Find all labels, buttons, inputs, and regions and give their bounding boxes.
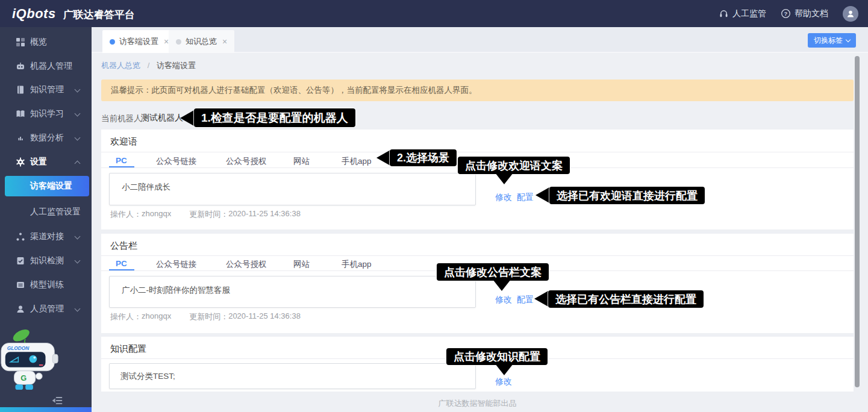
operator-label: 操作人： [110, 311, 142, 322]
sidebar-item-personnel-management[interactable]: 人员管理 [0, 302, 92, 316]
logo-text: iQbots [12, 6, 56, 22]
welcome-tab-website[interactable]: 网站 [293, 156, 310, 167]
sidebar-item-overview[interactable]: 概览 [0, 35, 92, 49]
knowledge-title: 知识配置 [110, 343, 146, 355]
grid-icon [16, 37, 25, 47]
sidebar-item-robot-management[interactable]: 机器人管理 [0, 59, 92, 73]
annotation-select-scene: 2.选择场景 [390, 149, 457, 166]
sidebar-item-knowledge-learning[interactable]: 知识学习 [0, 107, 92, 121]
gear-icon [16, 157, 25, 167]
announcement-tab-wechat-link[interactable]: 公众号链接 [156, 259, 197, 270]
welcome-title: 欢迎语 [110, 136, 137, 148]
layers-icon [16, 280, 25, 290]
mascot-robot-image: GLODON G [0, 327, 63, 395]
user-avatar[interactable] [843, 6, 858, 22]
sidebar-item-data-analysis[interactable]: 数据分析 [0, 131, 92, 145]
divider [101, 152, 854, 152]
operator-label: 操作人： [110, 209, 142, 220]
annotation-modify-welcome: 点击修改欢迎语文案 [458, 157, 570, 174]
breadcrumb-current: 访客端设置 [157, 61, 196, 70]
sidebar-item-label: 人员管理 [30, 304, 64, 314]
manual-supervision-button[interactable]: 人工监管 [719, 8, 766, 19]
tip-banner-text: 温馨提示：此页面可对机器人进行基础配置（欢迎语、公告等），当前配置将显示在相应机… [111, 85, 477, 96]
update-time-value: 2020-11-25 14:36:38 [228, 311, 301, 322]
welcome-tab-wechat-link[interactable]: 公众号链接 [156, 156, 197, 167]
tab-knowledge-overview[interactable]: 知识总览 × [169, 30, 234, 53]
check-document-icon [16, 256, 25, 266]
chevron-down-icon [75, 306, 81, 312]
user-icon [16, 304, 25, 314]
sidebar-item-model-training[interactable]: 模型训练 [0, 278, 92, 292]
sidebar-item-label: 机器人管理 [30, 61, 72, 72]
chart-icon [16, 133, 25, 143]
sidebar-collapse-button[interactable] [51, 395, 63, 407]
chevron-down-icon [846, 37, 851, 42]
announcement-modify-link[interactable]: 修改 [495, 295, 512, 305]
chevron-down-icon [75, 234, 81, 240]
robot-icon [16, 61, 25, 71]
tip-banner: 温馨提示：此页面可对机器人进行基础配置（欢迎语、公告等），当前配置将显示在相应机… [101, 80, 854, 101]
page-tab-bar: 访客端设置 × 知识总览 × 切换标签 [92, 27, 868, 53]
divider [101, 255, 854, 256]
announcement-content: 广小二-时刻陪伴你的智慧客服 [122, 286, 230, 295]
open-book-icon [16, 109, 25, 119]
welcome-config-link[interactable]: 配置 [517, 192, 534, 203]
chevron-down-icon [75, 87, 81, 93]
sidebar-item-label: 设置 [30, 157, 47, 167]
book-icon [16, 85, 25, 95]
annotation-arrow-left [376, 150, 390, 166]
svg-text:G: G [20, 373, 27, 382]
announcement-title: 公告栏 [110, 240, 137, 252]
announcement-tab-pc[interactable]: PC [116, 259, 127, 268]
annotation-modify-knowledge: 点击修改知识配置 [446, 348, 548, 365]
question-circle-icon: ? [781, 8, 791, 19]
help-docs-button[interactable]: ? 帮助文档 [781, 8, 828, 19]
close-icon[interactable]: × [222, 37, 227, 46]
annotation-arrow-left [180, 110, 194, 126]
update-time-value: 2020-11-25 14:36:38 [228, 209, 301, 220]
annotation-arrow-left [535, 187, 549, 203]
welcome-content: 小二陪伴成长 [122, 183, 170, 192]
sidebar-bottom-accent [0, 407, 92, 412]
announcement-tab-mobile-app[interactable]: 手机app [342, 259, 372, 270]
welcome-modify-link[interactable]: 修改 [495, 192, 512, 203]
sidebar-item-knowledge-detection[interactable]: 知识检测 [0, 254, 92, 268]
welcome-text-box[interactable]: 小二陪伴成长 [109, 173, 476, 205]
announcement-tab-website[interactable]: 网站 [293, 259, 310, 270]
current-robot-name: 测试机器人 [141, 113, 183, 123]
sidebar-item-label: 数据分析 [30, 133, 64, 143]
knowledge-text-box[interactable]: 测试分类TEST; [109, 363, 476, 389]
breadcrumb-robot-overview[interactable]: 机器人总览 [101, 61, 140, 70]
announcement-tab-wechat-auth[interactable]: 公众号授权 [226, 259, 267, 270]
vertical-scrollbar[interactable] [855, 56, 860, 387]
close-icon[interactable]: × [164, 37, 169, 46]
update-time-label: 更新时间： [189, 311, 228, 322]
sidebar-item-channel-connection[interactable]: 渠道对接 [0, 229, 92, 244]
operator-value: zhongqx [142, 311, 171, 322]
knowledge-modify-link[interactable]: 修改 [495, 376, 512, 387]
switch-tabs-button[interactable]: 切换标签 [808, 33, 856, 48]
welcome-card: 欢迎语 PC 公众号链接 公众号授权 网站 手机app 小二陪伴成长 修改 配置… [101, 130, 854, 229]
welcome-tab-mobile-app[interactable]: 手机app [342, 156, 372, 167]
tab-label: 知识总览 [186, 36, 217, 47]
help-docs-label: 帮助文档 [795, 8, 828, 19]
announcement-config-link[interactable]: 配置 [517, 295, 534, 305]
breadcrumb-separator: / [148, 61, 150, 70]
welcome-tab-pc[interactable]: PC [116, 156, 127, 165]
sidebar-item-settings[interactable]: 设置 [0, 155, 92, 169]
knowledge-content: 测试分类TEST; [120, 372, 175, 381]
inactive-tab-dot-icon [176, 39, 181, 45]
welcome-tab-wechat-auth[interactable]: 公众号授权 [226, 156, 267, 167]
announcement-text-box[interactable]: 广小二-时刻陪伴你的智慧客服 [109, 276, 476, 308]
update-time-label: 更新时间： [189, 209, 228, 220]
network-nodes-icon [16, 232, 25, 242]
sidebar-item-knowledge-management[interactable]: 知识管理 [0, 83, 92, 97]
sidebar-item-supervision-settings[interactable]: 人工监管设置 [30, 207, 81, 217]
sidebar-item-visitor-settings[interactable]: 访客端设置 [5, 176, 89, 196]
tab-label: 访客端设置 [119, 36, 158, 47]
svg-text:GLODON: GLODON [7, 345, 30, 351]
tab-visitor-settings[interactable]: 访客端设置 × [102, 30, 176, 53]
annotation-arrow-down [493, 279, 511, 291]
sidebar-item-label: 概览 [30, 37, 47, 48]
active-tab-dot-icon [110, 39, 115, 45]
